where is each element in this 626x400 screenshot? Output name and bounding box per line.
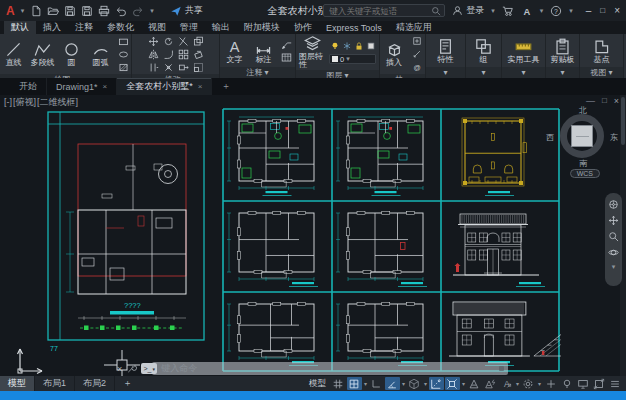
status-grid-icon[interactable]: [331, 377, 346, 390]
tool-rectangle-icon[interactable]: [117, 35, 131, 47]
redo-icon[interactable]: [132, 5, 144, 17]
doc-minimize-button[interactable]: —: [586, 96, 595, 106]
status-otrack-icon[interactable]: [429, 377, 444, 390]
status-workspace-icon[interactable]: [521, 377, 536, 390]
command-prompt-icon[interactable]: >_▾: [141, 363, 157, 374]
status-annotation-scale-caret-icon[interactable]: ▾: [516, 380, 519, 387]
command-input[interactable]: 键入命令: [161, 362, 197, 375]
modify-trim-icon[interactable]: [176, 35, 190, 47]
modify-copy-icon[interactable]: [191, 35, 205, 47]
tool-多段线[interactable]: 多段线: [30, 41, 56, 67]
ribbon-tab-插入[interactable]: 插入: [36, 21, 68, 34]
panel-label-annotate[interactable]: 注释 ▾: [220, 67, 295, 78]
panel-label-utilities[interactable]: ▾: [502, 67, 545, 78]
help-caret-icon[interactable]: ▾: [569, 7, 573, 15]
status-graphics-icon[interactable]: [575, 377, 590, 390]
tool-table-icon[interactable]: [280, 51, 294, 63]
status-polar-icon[interactable]: [385, 377, 400, 390]
view-cube-face[interactable]: [571, 125, 593, 147]
ribbon-tab-参数化[interactable]: 参数化: [100, 21, 141, 34]
panel-label-clipboard[interactable]: ▾: [546, 67, 579, 78]
file-tab[interactable]: 开始: [10, 78, 47, 95]
ribbon-tab-输出[interactable]: 输出: [205, 21, 237, 34]
viewport-control-1[interactable]: [俯视]: [13, 97, 36, 107]
viewcube-east-label[interactable]: 东: [610, 132, 618, 143]
tool-leader-icon[interactable]: [280, 38, 294, 50]
horizontal-scrollbar[interactable]: [152, 362, 508, 375]
status-isolate-icon[interactable]: [559, 377, 574, 390]
modify-erase-icon[interactable]: [191, 48, 205, 60]
ribbon-tab-协作[interactable]: 协作: [287, 21, 319, 34]
status-workspace-caret-icon[interactable]: ▾: [538, 380, 541, 387]
viewport-control-2[interactable]: [二维线框]: [37, 97, 78, 107]
status-isodraft-icon[interactable]: [407, 377, 422, 390]
modify-offset-icon[interactable]: [146, 61, 160, 73]
modify-mirror-icon[interactable]: [146, 48, 160, 60]
modify-explode-icon[interactable]: [161, 61, 175, 73]
status-annotation-autoscale-icon[interactable]: [483, 377, 498, 390]
close-tab-icon[interactable]: ×: [103, 82, 108, 91]
app-logo-icon[interactable]: A: [6, 5, 15, 17]
modify-rotate-icon[interactable]: [161, 35, 175, 47]
status-snap-caret-icon[interactable]: ▾: [364, 380, 367, 387]
qat-caret-icon[interactable]: ▾: [150, 7, 154, 15]
modify-move-icon[interactable]: [146, 35, 160, 47]
viewcube-west-label[interactable]: 西: [546, 132, 554, 143]
status-osnap-icon[interactable]: [445, 377, 460, 390]
ribbon-tab-视图[interactable]: 视图: [141, 21, 173, 34]
modify-scale-icon[interactable]: [191, 61, 205, 73]
maximize-button[interactable]: □: [600, 6, 605, 15]
block-create-icon[interactable]: [410, 35, 424, 47]
app-store-caret-icon[interactable]: ▾: [540, 7, 544, 15]
file-tab[interactable]: 全套农村小别墅*×: [117, 78, 212, 95]
plot-icon[interactable]: [98, 5, 110, 17]
search-box[interactable]: [323, 4, 445, 17]
viewcube-north-label[interactable]: 北: [579, 105, 587, 116]
tool-圆[interactable]: 圆: [59, 41, 85, 67]
navigation-bar[interactable]: ▾: [605, 193, 622, 286]
tool-插入[interactable]: 插入: [381, 41, 407, 67]
wcs-button[interactable]: WCS: [570, 169, 600, 178]
status-polar-caret-icon[interactable]: ▾: [402, 380, 405, 387]
modify-fillet-icon[interactable]: [161, 48, 175, 60]
layer-freeze[interactable]: [341, 40, 352, 52]
tool-实用工具[interactable]: 实用工具: [508, 38, 540, 64]
ribbon-tab-附加模块[interactable]: 附加模块: [237, 21, 287, 34]
sign-in-caret-icon[interactable]: ▾: [491, 7, 495, 15]
block-attrib-icon[interactable]: @: [410, 61, 424, 73]
doc-close-button[interactable]: ×: [614, 96, 619, 106]
help-icon[interactable]: ?: [550, 5, 562, 17]
status-ortho-icon[interactable]: [369, 377, 384, 390]
ribbon-tab-Express Tools[interactable]: Express Tools: [319, 21, 389, 34]
model-space-toggle[interactable]: 模型: [305, 378, 330, 390]
tool-基点[interactable]: 基点: [589, 38, 615, 64]
close-tab-icon[interactable]: ×: [198, 82, 203, 91]
autodesk-app-icon[interactable]: A: [521, 5, 533, 17]
ribbon-tab-默认[interactable]: 默认: [4, 21, 36, 34]
tool-剪贴板[interactable]: 剪贴板: [550, 38, 576, 64]
ribbon-tab-精选应用[interactable]: 精选应用: [389, 21, 439, 34]
status-customize-icon[interactable]: [607, 377, 622, 390]
tool-特性[interactable]: 特性: [433, 38, 459, 64]
ribbon-tab-注释[interactable]: 注释: [68, 21, 100, 34]
wheel-icon[interactable]: [608, 199, 619, 210]
new-layout-button[interactable]: ＋: [115, 376, 140, 391]
more-icon[interactable]: ▾: [612, 263, 616, 271]
status-snap-icon[interactable]: [347, 377, 362, 390]
sign-in-button[interactable]: 登录: [452, 4, 484, 17]
view-cube[interactable]: 北 南 西 东: [555, 109, 609, 163]
search-icon[interactable]: [431, 6, 441, 16]
layer-lock[interactable]: [353, 40, 364, 52]
status-isodraft-caret-icon[interactable]: ▾: [424, 380, 427, 387]
open-folder-icon[interactable]: [47, 5, 59, 17]
new-drawing-tab-button[interactable]: ＋: [212, 78, 239, 95]
tool-直线[interactable]: 直线: [1, 41, 27, 67]
save-icon[interactable]: [64, 5, 76, 17]
doc-restore-button[interactable]: □: [602, 96, 607, 106]
tool-图层特性[interactable]: 图层特性: [299, 35, 326, 69]
file-tab[interactable]: Drawing1*×: [47, 78, 117, 95]
status-osnap-caret-icon[interactable]: ▾: [462, 380, 465, 387]
pan-icon[interactable]: [608, 215, 619, 226]
close-button[interactable]: ×: [614, 5, 620, 16]
undo-icon[interactable]: [115, 5, 127, 17]
